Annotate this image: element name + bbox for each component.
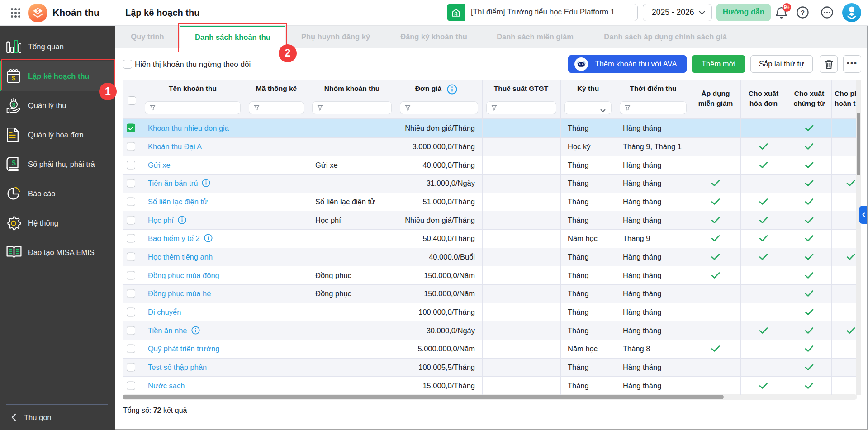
svg-text:$: $ <box>12 101 16 108</box>
svg-text:$: $ <box>12 159 16 167</box>
svg-text:?: ? <box>801 9 805 16</box>
svg-text:$: $ <box>36 8 39 14</box>
